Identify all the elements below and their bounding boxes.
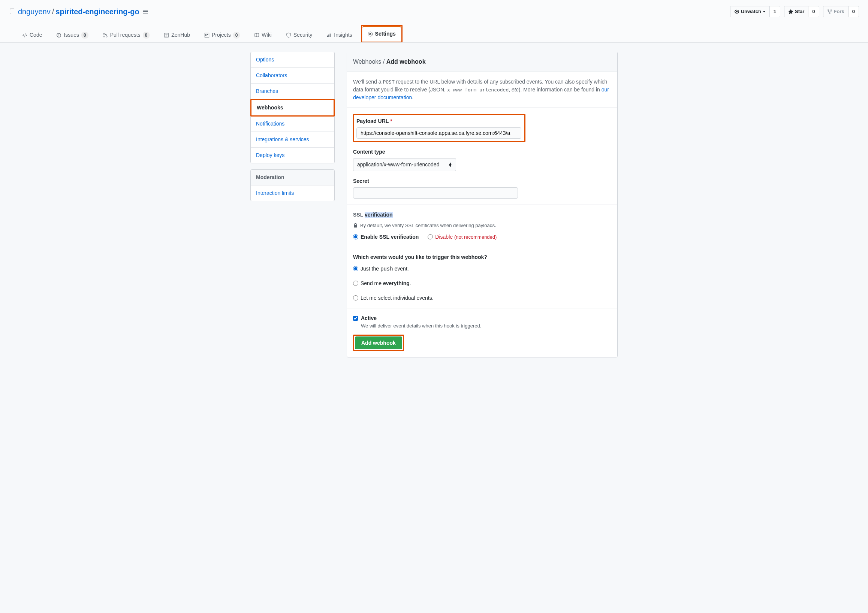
- repo-owner-link[interactable]: dnguyenv: [18, 6, 51, 17]
- sidebar-item-deploykeys[interactable]: Deploy keys: [251, 148, 334, 163]
- star-button-group: Star 0: [784, 6, 819, 17]
- events-everything-radio[interactable]: [353, 281, 358, 286]
- ssl-verification-heading: SSL verification: [353, 211, 611, 219]
- active-label[interactable]: Active: [361, 315, 377, 321]
- events-push-radio[interactable]: [353, 266, 358, 271]
- repo-header: dnguyenv / spirited-engineering-go Unwat…: [0, 0, 868, 43]
- zenhub-icon: [164, 33, 169, 38]
- repo-icon: [9, 9, 15, 15]
- tab-code[interactable]: Code: [17, 27, 48, 43]
- breadcrumb-root[interactable]: Webhooks: [353, 59, 381, 65]
- page-breadcrumb: Webhooks / Add webhook: [347, 52, 617, 72]
- events-individual-label[interactable]: Let me select individual events.: [361, 294, 434, 302]
- pulls-count: 0: [143, 32, 150, 39]
- ssl-enable-label[interactable]: Enable SSL verification: [361, 233, 418, 241]
- breadcrumb-current: Add webhook: [386, 59, 426, 65]
- svg-rect-7: [205, 34, 206, 36]
- repo-tabs: Code Issues 0 Pull requests 0 ZenHub Pro…: [9, 25, 859, 42]
- payload-url-input[interactable]: [356, 127, 521, 139]
- projects-count: 0: [233, 32, 240, 39]
- events-individual-radio[interactable]: [353, 295, 358, 300]
- sidebar-item-interaction-limits[interactable]: Interaction limits: [251, 186, 334, 201]
- svg-point-4: [106, 36, 107, 37]
- title-separator: /: [52, 6, 54, 17]
- code-icon: [22, 33, 27, 38]
- tab-pulls[interactable]: Pull requests 0: [97, 27, 155, 43]
- unwatch-button[interactable]: Unwatch: [730, 6, 769, 17]
- sidebar-item-branches[interactable]: Branches: [251, 84, 334, 99]
- repo-menu-icon[interactable]: [143, 9, 149, 15]
- secret-label: Secret: [353, 177, 611, 185]
- unwatch-count[interactable]: 1: [769, 6, 780, 17]
- intro-text: We'll send a POST request to the URL bel…: [347, 72, 617, 108]
- main-panel: Webhooks / Add webhook We'll send a POST…: [347, 52, 618, 358]
- svg-rect-10: [329, 34, 329, 37]
- fork-icon: [827, 9, 832, 14]
- issue-icon: [56, 33, 62, 38]
- sidebar-header-moderation: Moderation: [251, 170, 334, 186]
- content-type-label: Content type: [353, 148, 611, 156]
- repo-name-link[interactable]: spirited-engineering-go: [56, 6, 139, 17]
- gear-icon: [368, 31, 373, 37]
- active-hint: We will deliver event details when this …: [361, 322, 481, 330]
- svg-point-12: [368, 32, 372, 36]
- unwatch-label: Unwatch: [741, 8, 761, 15]
- ssl-disable-radio[interactable]: [428, 234, 433, 240]
- events-push-label[interactable]: Just the push event.: [361, 265, 409, 273]
- ssl-disable-label[interactable]: Disable (not recommended): [435, 233, 497, 241]
- ssl-enable-radio[interactable]: [353, 234, 358, 240]
- sidebar-item-webhooks[interactable]: Webhooks: [251, 100, 333, 115]
- svg-point-3: [104, 36, 105, 37]
- ssl-hint: By default, we verify SSL certificates w…: [353, 222, 611, 229]
- events-question: Which events would you like to trigger t…: [353, 253, 611, 261]
- sidebar-item-integrations[interactable]: Integrations & services: [251, 132, 334, 148]
- repo-title: dnguyenv / spirited-engineering-go: [9, 6, 149, 17]
- settings-sidebar: Options Collaborators Branches Webhooks …: [250, 52, 335, 207]
- tab-issues[interactable]: Issues 0: [51, 27, 94, 43]
- project-icon: [204, 33, 209, 38]
- content-type-select[interactable]: application/x-www-form-urlencoded: [353, 158, 456, 171]
- fork-button[interactable]: Fork: [823, 6, 848, 17]
- svg-rect-8: [207, 34, 208, 35]
- fork-label: Fork: [834, 8, 845, 15]
- secret-input[interactable]: [353, 187, 518, 198]
- sidebar-item-collaborators[interactable]: Collaborators: [251, 68, 334, 84]
- svg-rect-11: [330, 33, 330, 37]
- tab-security[interactable]: Security: [281, 27, 318, 43]
- add-webhook-button[interactable]: Add webhook: [355, 336, 402, 349]
- active-checkbox[interactable]: [353, 316, 358, 321]
- eye-icon: [734, 9, 739, 14]
- graph-icon: [326, 33, 332, 38]
- tab-wiki[interactable]: Wiki: [248, 27, 277, 43]
- pull-request-icon: [103, 33, 108, 38]
- caret-down-icon: [763, 11, 766, 12]
- tab-zenhub[interactable]: ZenHub: [158, 27, 195, 43]
- star-count[interactable]: 0: [808, 6, 818, 17]
- tab-projects[interactable]: Projects 0: [198, 27, 245, 43]
- tab-settings[interactable]: Settings: [362, 26, 401, 42]
- star-button[interactable]: Star: [784, 6, 808, 17]
- tab-insights[interactable]: Insights: [321, 27, 358, 43]
- star-icon: [788, 9, 794, 14]
- shield-icon: [286, 33, 291, 38]
- fork-button-group: Fork 0: [823, 6, 859, 17]
- events-everything-label[interactable]: Send me everything.: [361, 280, 411, 287]
- svg-point-2: [104, 33, 105, 34]
- payload-url-label: Payload URL *: [356, 117, 522, 125]
- svg-rect-6: [205, 33, 209, 37]
- lock-icon: [353, 223, 358, 228]
- fork-count[interactable]: 0: [848, 6, 859, 17]
- star-label: Star: [795, 8, 804, 15]
- sidebar-item-options[interactable]: Options: [251, 52, 334, 68]
- issues-count: 0: [81, 32, 88, 39]
- repo-actions: Unwatch 1 Star 0 Fork 0: [730, 6, 859, 17]
- sidebar-item-notifications[interactable]: Notifications: [251, 116, 334, 132]
- book-icon: [254, 33, 259, 38]
- unwatch-button-group: Unwatch 1: [730, 6, 780, 17]
- svg-rect-9: [327, 35, 328, 37]
